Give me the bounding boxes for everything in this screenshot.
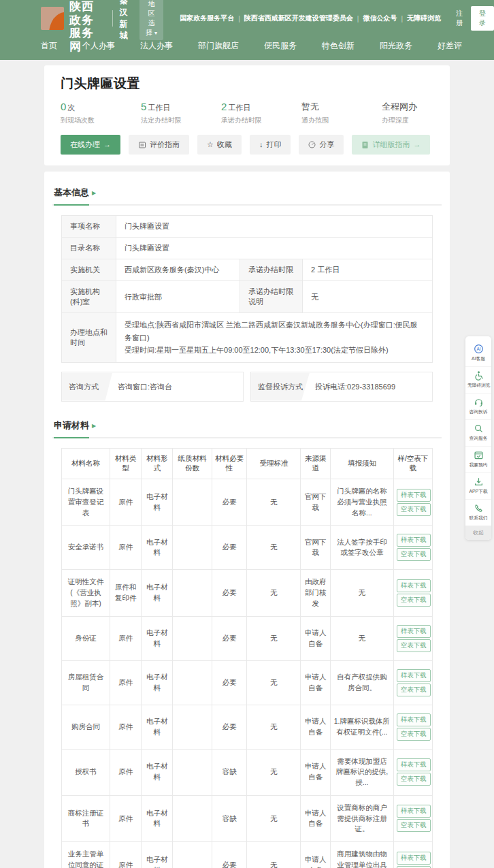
- link-separator: |: [238, 15, 240, 22]
- field-label: 目录名称: [62, 238, 116, 259]
- material-name: 证明性文件(《营业执照》副本): [62, 570, 110, 616]
- material-note: 无: [331, 616, 394, 660]
- print-button[interactable]: ↓ 打印: [250, 135, 291, 155]
- material-type: 原件和复印件: [110, 570, 141, 616]
- material-name: 购房合同: [62, 705, 110, 749]
- material-downloads: 样表下载 空表下载: [393, 479, 432, 526]
- material-copies: [173, 570, 212, 616]
- sample-download-button[interactable]: 样表下载: [397, 852, 431, 865]
- toolbar-item-label: 联系我们: [467, 515, 489, 521]
- share-button[interactable]: 分享: [299, 135, 344, 155]
- evaluation-guide-button[interactable]: 评价指南: [129, 135, 189, 155]
- section-rule: [52, 204, 442, 206]
- toolbar-item-我要预约[interactable]: 我要预约: [465, 447, 491, 473]
- material-standard: 无: [247, 570, 301, 616]
- nav-item-部门旗舰店[interactable]: 部门旗舰店: [198, 40, 239, 52]
- blank-download-button[interactable]: 空表下载: [397, 503, 431, 516]
- field-value: 2 工作日: [303, 259, 433, 281]
- material-name: 身份证: [62, 616, 110, 660]
- blank-download-button[interactable]: 空表下载: [397, 594, 431, 607]
- table-row: 身份证 原件 电子材料 必要 无 申请人自备 无 样表下载 空表下载: [62, 616, 433, 660]
- online-apply-button[interactable]: 在线办理→: [61, 135, 120, 155]
- blank-download-button[interactable]: 空表下载: [397, 639, 431, 652]
- material-downloads: 样表下载 空表下载: [393, 616, 432, 660]
- table-row: 购房合同 原件 电子材料 必要 无 申请人自备 1.牌匾标识载体所有权证明文件(…: [62, 705, 433, 749]
- material-standard: 无: [247, 479, 301, 526]
- material-type: 原件: [110, 842, 141, 868]
- nav-item-个人办事[interactable]: 个人办事: [82, 40, 115, 52]
- sample-download-button[interactable]: 样表下载: [397, 805, 431, 818]
- blank-download-button[interactable]: 空表下载: [397, 684, 431, 696]
- headset-icon: [466, 397, 491, 407]
- material-form: 电子材料: [142, 479, 173, 526]
- sample-download-button[interactable]: 样表下载: [397, 625, 431, 638]
- materials-header-row: 材料名称材料类型材料形式纸质材料份数材料必要性受理标准来源渠道填报须知样/空表下…: [62, 449, 433, 479]
- material-copies: [173, 479, 212, 526]
- register-link[interactable]: 注册: [456, 9, 463, 28]
- material-downloads: 样表下载 空表下载: [393, 526, 432, 570]
- material-type: 原件: [110, 705, 141, 749]
- material-form: 电子材料: [142, 526, 173, 570]
- material-necessity: 必要: [212, 479, 247, 526]
- consult-box: 咨询方式 咨询窗口:咨询台: [61, 372, 244, 402]
- header-link[interactable]: 陕西省西咸新区开发建设管理委员会: [244, 14, 353, 23]
- blank-download-button[interactable]: 空表下载: [397, 773, 431, 786]
- sample-download-button[interactable]: 样表下载: [397, 489, 431, 502]
- detailed-guide-button[interactable]: 详细版指南 →: [352, 135, 430, 155]
- sample-download-button[interactable]: 样表下载: [397, 534, 431, 547]
- table-row: 事项名称 门头牌匾设置: [62, 216, 433, 238]
- toolbar-item-联系我们[interactable]: 联系我们: [465, 500, 491, 526]
- nav-item-阳光政务[interactable]: 阳光政务: [380, 40, 412, 52]
- blank-download-button[interactable]: 空表下载: [397, 728, 431, 741]
- sample-download-button[interactable]: 样表下载: [397, 579, 431, 592]
- nav-item-首页[interactable]: 首页: [41, 40, 57, 52]
- login-button[interactable]: 登录: [471, 6, 494, 31]
- nav-item-特色创新[interactable]: 特色创新: [322, 40, 355, 52]
- toolbar-item-无障碍浏览[interactable]: 无障碍浏览: [465, 367, 491, 393]
- material-source: 官网下载: [301, 526, 331, 570]
- nav-item-便民服务[interactable]: 便民服务: [264, 40, 297, 52]
- material-copies: [173, 705, 212, 749]
- triangle-right-icon: ▶: [92, 423, 96, 429]
- region-select-button[interactable]: 地区选择▾: [139, 0, 163, 40]
- share-icon: [308, 141, 316, 148]
- material-type: 原件: [110, 616, 141, 660]
- toolbar-item-咨询投诉[interactable]: 咨询投诉: [465, 393, 491, 420]
- calendar-icon: [466, 450, 491, 460]
- material-form: 电子材料: [142, 660, 173, 705]
- current-region: 秦汉新城: [120, 0, 133, 42]
- material-note: 法人签字按手印或签字改公章: [331, 526, 394, 570]
- material-name: 业务主管单位同意的证明材料: [62, 842, 110, 868]
- stat-label: 办理深度: [382, 116, 462, 125]
- favorite-button[interactable]: ☆ 收藏: [197, 135, 242, 155]
- material-name: 授权书: [62, 749, 110, 795]
- collapse-toolbar-button[interactable]: 收起: [465, 526, 491, 540]
- material-note: 1.牌匾标识载体所有权证明文件(...: [331, 705, 394, 749]
- consult-row: 咨询方式 咨询窗口:咨询台 监督投诉方式 投诉电话:029-33185699: [61, 372, 433, 402]
- header-link[interactable]: 国家政务服务平台: [180, 14, 234, 23]
- sample-download-button[interactable]: 样表下载: [397, 713, 431, 726]
- sample-download-button[interactable]: 样表下载: [397, 758, 431, 771]
- material-form: 电子材料: [142, 842, 173, 868]
- stat-value: 5: [141, 101, 146, 112]
- blank-download-button[interactable]: 空表下载: [397, 548, 431, 561]
- toolbar-item-APP下载[interactable]: APP下载: [465, 473, 491, 500]
- sample-download-button[interactable]: 样表下载: [397, 669, 431, 682]
- link-separator: |: [401, 15, 403, 22]
- toolbar-item-label: 咨询投诉: [467, 409, 489, 415]
- toolbar-item-AI客服[interactable]: AI AI客服: [465, 340, 491, 367]
- toolbar-item-label: 我要预约: [467, 462, 489, 468]
- header-link[interactable]: 无障碍浏览: [407, 14, 441, 23]
- material-note: 需要体现加盟店牌匾标识的提供,授...: [331, 749, 394, 795]
- toolbar-item-label: 无障碍浏览: [467, 383, 489, 389]
- material-standard: 无: [247, 526, 301, 570]
- table-row: 业务主管单位同意的证明材料 原件 电子材料 必要 无 申请人自备 商用建筑物由物…: [62, 842, 433, 868]
- column-header: 材料名称: [62, 449, 110, 479]
- nav-item-好差评[interactable]: 好差评: [438, 40, 462, 52]
- document-icon: [361, 141, 369, 149]
- header-link[interactable]: 微信公众号: [363, 14, 397, 23]
- blank-download-button[interactable]: 空表下载: [397, 819, 431, 832]
- toolbar-item-查询服务[interactable]: 查询服务: [465, 420, 491, 447]
- header-links: 国家政务服务平台|陕西省西咸新区开发建设管理委员会|微信公众号|无障碍浏览: [180, 14, 441, 23]
- nav-item-法人办事[interactable]: 法人办事: [140, 40, 173, 52]
